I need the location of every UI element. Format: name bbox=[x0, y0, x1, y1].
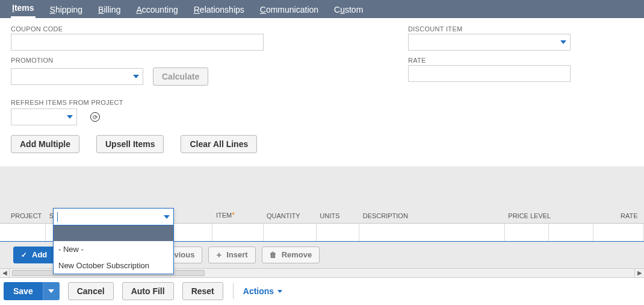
tab-items[interactable]: Items bbox=[11, 0, 36, 18]
footer-bar: Save Cancel Auto Fill Reset Actions bbox=[0, 282, 282, 300]
chevron-down-icon bbox=[48, 289, 54, 293]
add-multiple-button[interactable]: Add Multiple bbox=[11, 135, 79, 153]
reset-button[interactable]: Reset bbox=[182, 282, 223, 300]
remove-line-button[interactable]: Remove bbox=[262, 247, 320, 263]
tab-communication[interactable]: Communication bbox=[259, 1, 320, 18]
col-item[interactable]: ITEM* bbox=[212, 203, 263, 223]
scroll-right-arrow[interactable]: ▶ bbox=[634, 269, 644, 277]
cell-rate[interactable] bbox=[593, 223, 643, 241]
chevron-down-icon bbox=[67, 115, 73, 119]
coupon-code-input[interactable] bbox=[11, 34, 264, 51]
tab-relationships[interactable]: Relationships bbox=[193, 1, 246, 18]
coupon-code-label: COUPON CODE bbox=[11, 25, 384, 33]
subscription-dropdown-input[interactable] bbox=[54, 209, 173, 225]
discount-item-label: DISCOUNT ITEM bbox=[408, 25, 633, 33]
promotion-label: PROMOTION bbox=[11, 57, 384, 64]
col-description[interactable]: DESCRIPTION bbox=[359, 203, 505, 223]
refresh-icon[interactable]: ⟳ bbox=[90, 112, 100, 122]
check-icon bbox=[21, 250, 27, 259]
discount-item-select[interactable] bbox=[408, 34, 571, 51]
dropdown-option-october[interactable]: New October Subscription bbox=[54, 257, 173, 274]
tab-accounting[interactable]: Accounting bbox=[135, 1, 179, 18]
plus-icon bbox=[216, 250, 221, 260]
chevron-down-icon bbox=[133, 75, 139, 78]
calculate-button[interactable]: Calculate bbox=[153, 68, 208, 86]
auto-fill-button[interactable]: Auto Fill bbox=[122, 282, 174, 300]
col-quantity[interactable]: QUANTITY bbox=[263, 203, 316, 223]
col-rate[interactable]: RATE bbox=[593, 203, 643, 223]
col-price-level[interactable]: PRICE LEVEL bbox=[504, 203, 593, 223]
footer-separator bbox=[233, 283, 234, 299]
refresh-project-select[interactable] bbox=[11, 108, 77, 125]
cell-item[interactable] bbox=[212, 223, 263, 241]
tab-billing[interactable]: Billing bbox=[97, 1, 122, 18]
upsell-items-button[interactable]: Upsell Items bbox=[96, 135, 164, 153]
text-cursor bbox=[57, 212, 58, 222]
rate-label: RATE bbox=[408, 57, 633, 64]
cancel-button[interactable]: Cancel bbox=[68, 282, 114, 300]
tab-custom[interactable]: Custom bbox=[333, 1, 364, 18]
trash-icon bbox=[270, 250, 277, 259]
tab-shipping[interactable]: Shipping bbox=[49, 1, 84, 18]
scroll-left-arrow[interactable]: ◀ bbox=[0, 269, 10, 277]
col-units[interactable]: UNITS bbox=[316, 203, 359, 223]
subscription-dropdown: - New - New October Subscription bbox=[53, 208, 174, 274]
promotion-select[interactable] bbox=[11, 68, 143, 85]
actions-menu[interactable]: Actions bbox=[243, 286, 282, 296]
clear-all-lines-button[interactable]: Clear All Lines bbox=[181, 135, 257, 153]
cell-units[interactable] bbox=[316, 223, 359, 241]
chevron-down-icon bbox=[560, 40, 566, 44]
add-line-button[interactable]: Add bbox=[13, 247, 55, 263]
chevron-down-icon bbox=[277, 290, 282, 293]
chevron-down-icon bbox=[164, 215, 170, 219]
rate-input[interactable] bbox=[408, 65, 571, 82]
col-project[interactable]: PROJECT bbox=[0, 203, 46, 223]
tabs-bar: Items Shipping Billing Accounting Relati… bbox=[0, 0, 644, 18]
dropdown-blank-option[interactable] bbox=[54, 225, 173, 241]
save-dropdown-button[interactable] bbox=[43, 282, 60, 300]
save-button-group: Save bbox=[4, 282, 60, 300]
form-area: COUPON CODE PROMOTION Calculate REFRESH … bbox=[0, 18, 644, 153]
cell-description[interactable] bbox=[359, 223, 505, 241]
cell-level[interactable] bbox=[549, 223, 593, 241]
save-button[interactable]: Save bbox=[4, 282, 43, 300]
dropdown-option-new[interactable]: - New - bbox=[54, 241, 173, 257]
refresh-label: REFRESH ITEMS FROM PROJECT bbox=[11, 99, 384, 106]
insert-line-button[interactable]: Insert bbox=[208, 247, 255, 263]
cell-price[interactable] bbox=[504, 223, 549, 241]
cell-project[interactable] bbox=[0, 223, 46, 241]
cell-quantity[interactable] bbox=[263, 223, 316, 241]
